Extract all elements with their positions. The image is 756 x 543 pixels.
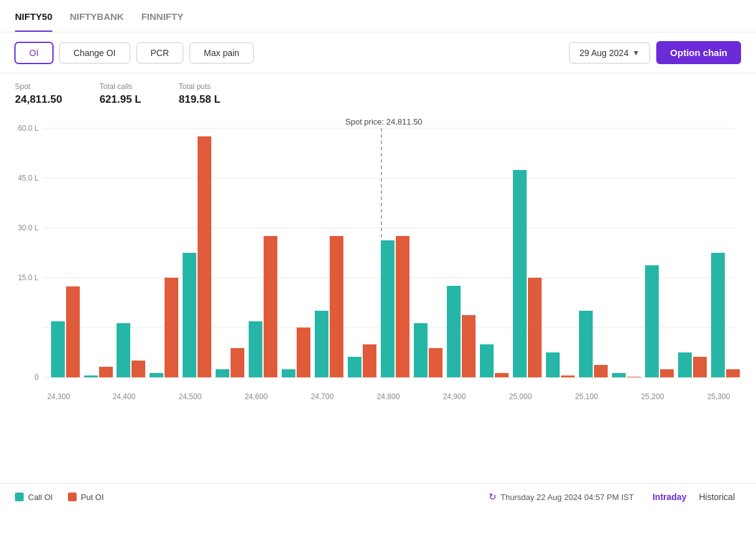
tab-nifty50[interactable]: NIFTY50 <box>15 11 52 32</box>
total-calls-stat: Total calls 621.95 L <box>100 82 141 106</box>
bar-call <box>678 352 692 377</box>
bar-call <box>612 373 626 377</box>
spot-stat: Spot 24,811.50 <box>15 82 62 106</box>
svg-text:24,900: 24,900 <box>443 392 466 401</box>
bar-put <box>231 348 244 377</box>
chart-area: 60.0 L 45.0 L 30.0 L 15.0 L 0 Spot price… <box>0 110 756 483</box>
bar-put <box>726 369 740 377</box>
svg-text:24,800: 24,800 <box>377 392 400 401</box>
svg-text:25,200: 25,200 <box>641 392 664 401</box>
bar-put <box>495 373 509 377</box>
top-tabs: NIFTY50 NIFTYBANK FINNIFTY <box>0 0 756 32</box>
bar-call <box>381 240 395 377</box>
bar-put <box>198 136 211 377</box>
svg-text:25,100: 25,100 <box>575 392 598 401</box>
tab-finnifty[interactable]: FINNIFTY <box>141 11 184 32</box>
total-calls-value: 621.95 L <box>100 93 141 106</box>
bar-put <box>330 236 343 377</box>
put-oi-label: Put OI <box>81 493 104 502</box>
call-oi-legend: Call OI <box>15 493 53 502</box>
spot-value: 24,811.50 <box>15 93 62 106</box>
bar-call <box>183 253 196 377</box>
bar-call <box>579 311 593 377</box>
svg-text:25,000: 25,000 <box>509 392 532 401</box>
bar-put <box>561 375 575 377</box>
bar-call <box>282 369 295 377</box>
svg-text:24,300: 24,300 <box>47 392 70 401</box>
svg-text:Spot price: 24,811.50: Spot price: 24,811.50 <box>345 117 423 126</box>
bar-call <box>216 369 229 377</box>
refresh-icon[interactable]: ↻ <box>489 491 497 503</box>
bar-put <box>165 278 178 377</box>
svg-text:24,500: 24,500 <box>179 392 202 401</box>
call-oi-dot <box>15 493 24 501</box>
total-puts-stat: Total puts 819.58 L <box>179 82 221 106</box>
tab-niftybank[interactable]: NIFTYBANK <box>70 11 124 32</box>
svg-text:45.0 L: 45.0 L <box>18 174 39 182</box>
bar-call <box>447 286 461 377</box>
stats-bar: Spot 24,811.50 Total calls 621.95 L Tota… <box>0 73 756 110</box>
bar-call <box>84 375 98 377</box>
bar-put <box>264 236 277 377</box>
put-oi-legend: Put OI <box>68 493 104 502</box>
bar-put <box>627 377 641 377</box>
bar-put <box>528 278 542 377</box>
svg-text:15.0 L: 15.0 L <box>18 273 39 282</box>
svg-text:60.0 L: 60.0 L <box>18 124 39 133</box>
max-pain-button[interactable]: Max pain <box>189 42 254 64</box>
legend: Call OI Put OI <box>15 493 104 502</box>
bar-call <box>249 321 262 377</box>
change-oi-button[interactable]: Change OI <box>59 42 130 64</box>
bar-put <box>660 369 674 377</box>
oi-chart: 60.0 L 45.0 L 30.0 L 15.0 L 0 Spot price… <box>15 116 741 452</box>
timestamp: ↻ Thursday 22 Aug 2024 04:57 PM IST <box>489 491 634 503</box>
total-calls-label: Total calls <box>100 82 141 91</box>
bar-call <box>711 253 725 377</box>
bar-call <box>51 321 65 377</box>
svg-text:30.0 L: 30.0 L <box>18 224 39 232</box>
total-puts-label: Total puts <box>179 82 221 91</box>
bar-put <box>99 367 113 377</box>
bar-call <box>414 323 428 377</box>
toolbar: OI Change OI PCR Max pain 29 Aug 2024 ▼ … <box>0 32 756 73</box>
bar-put <box>66 286 80 377</box>
bar-call <box>513 170 527 377</box>
intraday-tab[interactable]: Intraday <box>646 492 692 502</box>
spot-label: Spot <box>15 82 62 91</box>
option-chain-button[interactable]: Option chain <box>656 41 741 64</box>
bar-put <box>132 361 145 377</box>
footer: Call OI Put OI ↻ Thursday 22 Aug 2024 04… <box>0 483 756 510</box>
bar-call <box>315 311 328 377</box>
bar-put <box>363 344 376 377</box>
bar-call <box>348 357 361 377</box>
total-puts-value: 819.58 L <box>179 93 221 106</box>
oi-button[interactable]: OI <box>15 42 53 64</box>
historical-tab[interactable]: Historical <box>692 492 741 502</box>
svg-text:0: 0 <box>34 373 39 382</box>
bar-call <box>546 352 560 377</box>
svg-text:24,600: 24,600 <box>245 392 268 401</box>
svg-text:25,300: 25,300 <box>707 392 730 401</box>
bar-call <box>150 373 163 377</box>
bar-put <box>429 348 443 377</box>
bar-put <box>594 365 608 377</box>
chevron-down-icon: ▼ <box>632 49 639 57</box>
bar-put <box>297 328 310 377</box>
bar-call <box>645 265 659 377</box>
timestamp-text: Thursday 22 Aug 2024 04:57 PM IST <box>500 493 634 502</box>
bar-put <box>396 236 409 377</box>
put-oi-dot <box>68 493 77 501</box>
date-picker[interactable]: 29 Aug 2024 ▼ <box>569 42 651 64</box>
pcr-button[interactable]: PCR <box>136 42 184 64</box>
bar-call <box>480 344 494 377</box>
bar-put <box>462 315 476 377</box>
svg-text:24,400: 24,400 <box>113 392 136 401</box>
date-label: 29 Aug 2024 <box>580 48 629 58</box>
bar-put <box>693 357 707 377</box>
bar-call <box>117 323 130 377</box>
call-oi-label: Call OI <box>28 493 53 502</box>
svg-text:24,700: 24,700 <box>311 392 334 401</box>
